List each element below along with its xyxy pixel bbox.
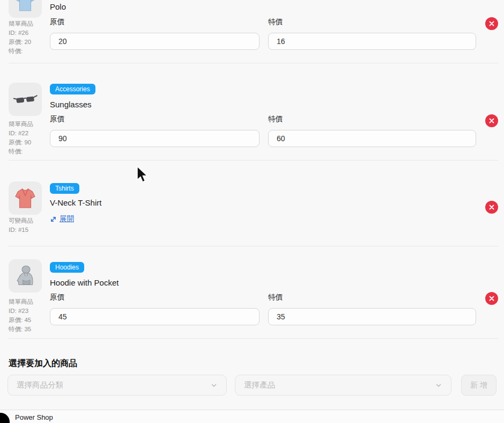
close-icon — [489, 21, 494, 26]
product-sale-meta: 特價: 35 — [9, 325, 49, 334]
product-type: 簡單商品 — [9, 120, 49, 129]
polo-shirt-icon — [12, 0, 38, 14]
category-badge: Accessories — [50, 84, 95, 94]
product-name: Sunglasses — [50, 100, 92, 109]
product-thumbnail-hoodie — [9, 259, 42, 293]
remove-product-button[interactable] — [485, 17, 498, 30]
expand-variations-link[interactable]: 展開 — [50, 214, 74, 224]
product-select-placeholder: 選擇產品 — [244, 380, 275, 390]
product-name: Hoodie with Pocket — [50, 278, 118, 287]
regular-price-input[interactable] — [50, 130, 260, 147]
product-row: 簡單商品 ID: #23 原價: 45 特價: 35 Hoodies Hoodi… — [9, 247, 498, 339]
regular-price-label: 原價 — [50, 17, 260, 27]
product-regular-meta: 原價: 45 — [9, 316, 49, 325]
expand-label: 展開 — [60, 214, 74, 224]
product-name: Polo — [50, 2, 66, 11]
corner-logo — [0, 413, 10, 423]
product-row: 簡單商品 ID: #26 原價: 20 特價: Polo 原價 特價 — [9, 0, 498, 63]
add-section-heading: 選擇要加入的商品 — [9, 358, 77, 369]
product-id: ID: #15 — [9, 225, 49, 235]
chevron-down-icon — [210, 382, 218, 389]
footer: Power Shop — [0, 410, 504, 423]
regular-price-input[interactable] — [50, 308, 260, 325]
product-thumbnail-polo — [9, 0, 42, 18]
chevron-down-icon — [435, 382, 442, 389]
regular-price-label: 原價 — [50, 114, 260, 124]
category-badge: Hoodies — [50, 262, 84, 273]
category-select-placeholder: 選擇商品分類 — [17, 380, 63, 390]
product-sale-meta: 特價: — [9, 47, 49, 56]
sale-price-input[interactable] — [268, 130, 476, 147]
close-icon — [489, 205, 494, 210]
sale-price-input[interactable] — [268, 308, 476, 325]
category-select[interactable]: 選擇商品分類 — [8, 375, 227, 396]
product-regular-meta: 原價: 90 — [9, 138, 49, 147]
category-badge: Tshirts — [50, 183, 79, 194]
product-row: 簡單商品 ID: #22 原價: 90 特價: Accessories Sung… — [9, 64, 498, 161]
product-type: 簡單商品 — [9, 19, 49, 28]
product-name: V-Neck T-Shirt — [50, 198, 101, 207]
product-thumbnail-sunglasses — [9, 83, 42, 116]
sale-price-label: 特價 — [268, 293, 476, 302]
product-type: 可變商品 — [9, 216, 49, 225]
hoodie-icon — [12, 263, 38, 289]
v-neck-t-shirt-icon — [12, 185, 38, 211]
sunglasses-icon — [12, 86, 38, 112]
remove-product-button[interactable] — [485, 292, 498, 305]
expand-icon — [50, 216, 57, 223]
regular-price-input[interactable] — [50, 33, 260, 50]
product-type: 簡單商品 — [9, 297, 49, 307]
product-regular-meta: 原價: 20 — [9, 38, 49, 47]
brand-name: Power Shop — [15, 413, 53, 421]
close-icon — [489, 296, 494, 301]
product-id: ID: #23 — [9, 307, 49, 316]
product-sale-meta: 特價: — [9, 147, 49, 156]
product-row: 可變商品 ID: #15 Tshirts V-Neck T-Shirt 展開 — [9, 161, 498, 246]
close-icon — [489, 118, 494, 123]
remove-product-button[interactable] — [485, 114, 498, 127]
product-thumbnail-vneck — [9, 181, 42, 215]
regular-price-label: 原價 — [50, 293, 260, 302]
product-id: ID: #26 — [9, 28, 49, 38]
add-product-section: 選擇要加入的商品 選擇商品分類 選擇產品 新 增 — [8, 339, 498, 410]
sale-price-label: 特價 — [268, 17, 476, 27]
add-product-button[interactable]: 新 增 — [461, 375, 496, 396]
product-id: ID: #22 — [9, 129, 49, 138]
sale-price-label: 特價 — [268, 114, 476, 124]
product-select[interactable]: 選擇產品 — [235, 375, 451, 396]
remove-product-button[interactable] — [485, 201, 498, 214]
sale-price-input[interactable] — [268, 33, 476, 50]
